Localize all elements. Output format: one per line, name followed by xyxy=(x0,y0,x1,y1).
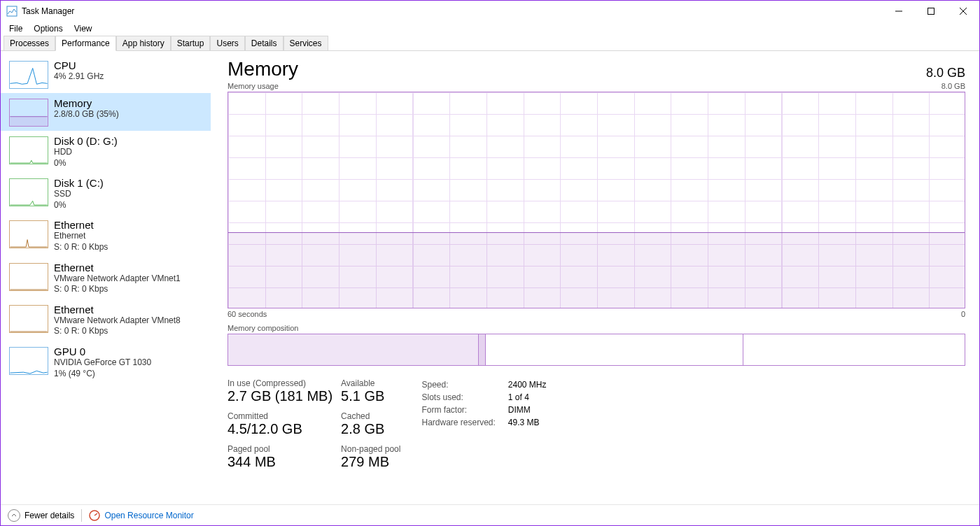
sidebar-sub: Ethernet xyxy=(54,231,108,242)
resource-monitor-label: Open Resource Monitor xyxy=(104,511,193,520)
comp-standby xyxy=(486,334,743,365)
available-value: 5.1 GB xyxy=(341,388,400,404)
ethernet-thumb xyxy=(9,220,48,248)
ethernet-thumb xyxy=(9,305,48,333)
sidebar-sub: HDD xyxy=(54,147,118,158)
memory-usage-chart xyxy=(227,92,965,308)
titlebar: Task Manager xyxy=(1,1,979,22)
sidebar-sub: NVIDIA GeForce GT 1030 xyxy=(54,357,151,369)
fewer-details-button[interactable]: Fewer details xyxy=(8,509,74,522)
memory-thumb xyxy=(9,99,48,127)
sidebar-item-ethernet-0[interactable]: Ethernet Ethernet S: 0 R: 0 Kbps xyxy=(1,215,211,257)
fewer-details-label: Fewer details xyxy=(24,511,74,520)
slots-value: 1 of 4 xyxy=(508,392,547,402)
sidebar-title: GPU 0 xyxy=(54,346,151,357)
sidebar-sub2: 0% xyxy=(54,200,104,211)
sidebar-title: Disk 1 (C:) xyxy=(54,177,104,189)
sidebar: CPU 4% 2.91 GHz Memory 2.8/8.0 GB (35%) xyxy=(1,51,211,504)
stats: In use (Compressed) 2.7 GB (181 MB) Avai… xyxy=(227,378,965,470)
sidebar-title: Disk 0 (D: G:) xyxy=(54,135,118,147)
minimize-button[interactable] xyxy=(883,1,915,22)
chart-axis-left: 60 seconds xyxy=(227,310,267,318)
body: CPU 4% 2.91 GHz Memory 2.8/8.0 GB (35%) xyxy=(1,51,979,504)
tab-app-history[interactable]: App history xyxy=(116,36,171,50)
sidebar-item-ethernet-2[interactable]: Ethernet VMware Network Adapter VMnet8 S… xyxy=(1,299,211,341)
composition-label: Memory composition xyxy=(227,324,965,332)
tab-performance[interactable]: Performance xyxy=(55,36,116,51)
sidebar-sub2: 0% xyxy=(54,158,118,169)
memory-capacity: 8.0 GB xyxy=(926,66,965,80)
svg-rect-2 xyxy=(928,8,934,15)
committed-value: 4.5/12.0 GB xyxy=(227,421,332,437)
sidebar-title: Ethernet xyxy=(54,219,108,231)
menubar: File Options View xyxy=(1,22,979,36)
memory-composition-bar xyxy=(227,334,965,366)
sidebar-item-gpu0[interactable]: GPU 0 NVIDIA GeForce GT 1030 1% (49 °C) xyxy=(1,341,211,383)
window-controls xyxy=(883,1,979,22)
footer: Fewer details Open Resource Monitor xyxy=(1,504,979,525)
cached-value: 2.8 GB xyxy=(341,421,400,437)
sidebar-sub2: S: 0 R: 0 Kbps xyxy=(54,242,108,253)
sidebar-sub2: 1% (49 °C) xyxy=(54,369,151,380)
tab-details[interactable]: Details xyxy=(245,36,284,50)
gpu-thumb xyxy=(9,347,48,375)
sidebar-title: Ethernet xyxy=(54,262,181,273)
tab-services[interactable]: Services xyxy=(284,36,328,50)
nonpaged-value: 279 MB xyxy=(341,454,400,470)
paged-value: 344 MB xyxy=(227,454,332,470)
task-manager-icon xyxy=(6,6,18,17)
tab-users[interactable]: Users xyxy=(210,36,244,50)
sidebar-item-memory[interactable]: Memory 2.8/8.0 GB (35%) xyxy=(1,93,211,131)
menu-view[interactable]: View xyxy=(70,22,97,35)
hw-label: Hardware reserved: xyxy=(421,418,495,427)
open-resource-monitor-link[interactable]: Open Resource Monitor xyxy=(89,510,193,521)
main-panel: Memory 8.0 GB Memory usage 8.0 GB 60 sec… xyxy=(211,51,979,504)
in-use-label: In use (Compressed) xyxy=(227,378,332,388)
comp-modified xyxy=(479,334,486,365)
sidebar-sub: 4% 2.91 GHz xyxy=(54,71,104,83)
comp-in-use xyxy=(228,334,479,365)
sidebar-item-ethernet-1[interactable]: Ethernet VMware Network Adapter VMnet1 S… xyxy=(1,257,211,299)
chevron-up-icon xyxy=(8,509,20,522)
svg-line-10 xyxy=(94,513,97,516)
tab-processes[interactable]: Processes xyxy=(4,36,55,50)
page-title: Memory xyxy=(227,58,298,80)
sidebar-sub2: S: 0 R: 0 Kbps xyxy=(54,284,181,295)
sidebar-title: CPU xyxy=(54,59,104,71)
hw-value: 49.3 MB xyxy=(508,418,547,427)
sidebar-title: Ethernet xyxy=(54,304,181,315)
slots-label: Slots used: xyxy=(421,392,495,402)
form-label: Form factor: xyxy=(421,405,495,415)
sidebar-title: Memory xyxy=(54,97,119,109)
in-use-value: 2.7 GB (181 MB) xyxy=(227,388,332,404)
maximize-button[interactable] xyxy=(915,1,947,22)
speed-value: 2400 MHz xyxy=(508,380,547,390)
disk-thumb xyxy=(9,178,48,206)
chart-label-right: 8.0 GB xyxy=(941,82,965,90)
footer-divider xyxy=(81,509,82,522)
available-label: Available xyxy=(341,378,400,388)
menu-file[interactable]: File xyxy=(5,22,27,35)
sidebar-sub: VMware Network Adapter VMnet1 xyxy=(54,273,181,285)
cached-label: Cached xyxy=(341,411,400,421)
close-button[interactable] xyxy=(947,1,979,22)
tab-strip: Processes Performance App history Startu… xyxy=(1,36,979,51)
form-value: DIMM xyxy=(508,405,547,415)
paged-label: Paged pool xyxy=(227,444,332,454)
memory-usage-fill xyxy=(228,232,965,308)
menu-options[interactable]: Options xyxy=(29,22,66,35)
sidebar-item-cpu[interactable]: CPU 4% 2.91 GHz xyxy=(1,55,211,93)
sidebar-item-disk1[interactable]: Disk 1 (C:) SSD 0% xyxy=(1,173,211,215)
sidebar-sub: SSD xyxy=(54,189,104,200)
speed-label: Speed: xyxy=(421,380,495,390)
nonpaged-label: Non-paged pool xyxy=(341,444,400,454)
disk-thumb xyxy=(9,136,48,164)
committed-label: Committed xyxy=(227,411,332,421)
cpu-thumb xyxy=(9,61,48,89)
chart-label-left: Memory usage xyxy=(227,82,279,90)
sidebar-item-disk0[interactable]: Disk 0 (D: G:) HDD 0% xyxy=(1,131,211,173)
tab-startup[interactable]: Startup xyxy=(171,36,211,50)
sidebar-sub2: S: 0 R: 0 Kbps xyxy=(54,326,181,337)
sidebar-sub: 2.8/8.0 GB (35%) xyxy=(54,109,119,120)
task-manager-window: Task Manager File Options View Processes… xyxy=(0,0,980,526)
